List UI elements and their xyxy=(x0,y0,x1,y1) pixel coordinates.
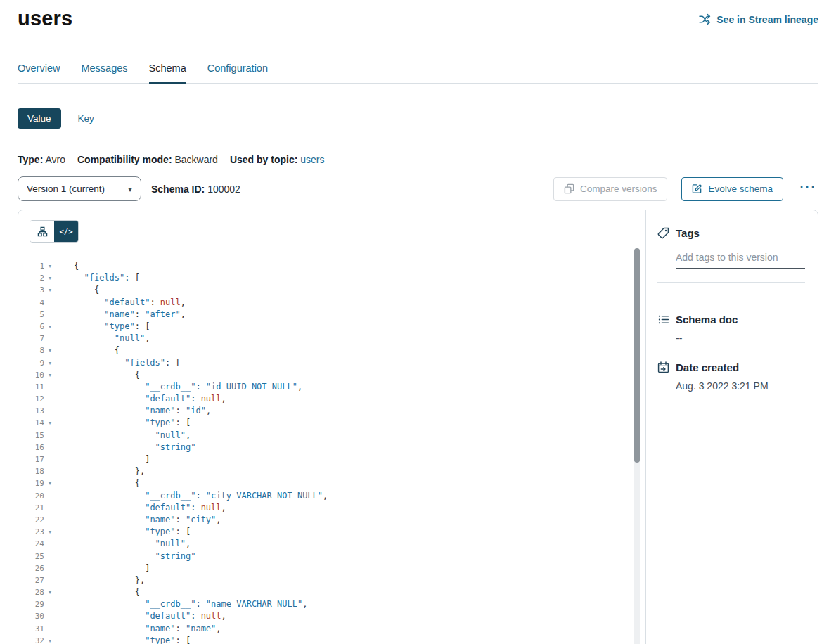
code-line: 28▾ { xyxy=(30,586,645,598)
fold-spacer xyxy=(44,574,56,586)
line-number: 14 xyxy=(30,417,44,429)
line-number: 31 xyxy=(30,623,44,635)
tab-schema[interactable]: Schema xyxy=(149,63,186,83)
line-number: 12 xyxy=(30,393,44,405)
code-text: "default": null, xyxy=(56,502,226,514)
fold-toggle-icon[interactable]: ▾ xyxy=(44,586,56,598)
code-text: ] xyxy=(56,453,150,465)
stream-lineage-link[interactable]: See in Stream lineage xyxy=(699,13,818,25)
fold-spacer xyxy=(44,430,56,442)
schema-doc-value: -- xyxy=(676,333,805,344)
fold-toggle-icon[interactable]: ▾ xyxy=(44,321,56,333)
line-number: 28 xyxy=(30,586,44,598)
more-options-button[interactable]: ⋯ xyxy=(796,181,818,198)
fold-toggle-icon[interactable]: ▾ xyxy=(44,284,56,296)
line-number: 20 xyxy=(30,490,44,502)
code-view-button[interactable]: </> xyxy=(54,221,78,242)
code-line: 1▾{ xyxy=(30,260,645,272)
code-text: "type": [ xyxy=(56,417,191,429)
fold-toggle-icon[interactable]: ▾ xyxy=(44,272,56,284)
chevron-down-icon: ▾ xyxy=(128,184,132,194)
line-number: 32 xyxy=(30,635,44,644)
tags-input[interactable] xyxy=(676,250,805,269)
code-view-icon: </> xyxy=(60,227,73,236)
stream-lineage-icon xyxy=(699,13,711,25)
compare-versions-icon xyxy=(564,183,574,194)
code-text: "__crdb__": "id UUID NOT NULL", xyxy=(56,381,302,393)
fold-toggle-icon[interactable]: ▾ xyxy=(44,369,56,381)
tab-bar: Overview Messages Schema Configuration xyxy=(18,63,818,84)
fold-spacer xyxy=(44,297,56,309)
date-created-value: Aug. 3 2022 3:21 PM xyxy=(676,380,805,392)
fold-spacer xyxy=(44,538,56,550)
code-text: "default": null, xyxy=(56,610,226,622)
page-title: users xyxy=(18,7,72,30)
code-text: { xyxy=(56,344,120,356)
fold-spacer xyxy=(44,405,56,417)
tree-view-icon xyxy=(37,226,48,237)
code-text: "default": null, xyxy=(56,297,186,309)
line-number: 8 xyxy=(30,344,44,356)
code-line: 4 "default": null, xyxy=(30,297,645,309)
date-created-title: Date created xyxy=(676,361,739,373)
fold-spacer xyxy=(44,309,56,321)
code-text: { xyxy=(56,477,140,489)
page: users See in Stream lineage Overview Mes… xyxy=(0,0,836,644)
code-text: "__crdb__": "city VARCHAR NOT NULL", xyxy=(56,490,328,502)
compare-versions-button[interactable]: Compare versions xyxy=(553,177,668,201)
code-text: { xyxy=(56,260,79,272)
fold-toggle-icon[interactable]: ▾ xyxy=(44,635,56,644)
fold-spacer xyxy=(44,550,56,562)
code-line: 19▾ { xyxy=(30,477,645,489)
code-line: 6▾ "type": [ xyxy=(30,321,645,333)
fold-toggle-icon[interactable]: ▾ xyxy=(44,526,56,538)
fold-toggle-icon[interactable]: ▾ xyxy=(44,477,56,489)
meta-type-value: Avro xyxy=(45,154,65,165)
line-number: 22 xyxy=(30,514,44,526)
fold-toggle-icon[interactable]: ▾ xyxy=(44,344,56,356)
code-line: 14▾ "type": [ xyxy=(30,417,645,429)
date-created-icon xyxy=(657,361,669,373)
schema-meta: Type: Avro Compatibility mode: Backward … xyxy=(18,154,818,165)
code-line: 16 "string" xyxy=(30,442,645,453)
code-line: 24 "null", xyxy=(30,538,645,550)
editor-scrollbar-track[interactable] xyxy=(634,248,640,644)
code-text: }, xyxy=(56,574,145,586)
evolve-schema-button[interactable]: Evolve schema xyxy=(681,177,783,201)
line-number: 6 xyxy=(30,321,44,333)
meta-compat-label: Compatibility mode: xyxy=(77,154,172,165)
version-select[interactable]: Version 1 (current) ▾ xyxy=(18,176,141,201)
topic-link[interactable]: users xyxy=(300,154,324,165)
tab-configuration[interactable]: Configuration xyxy=(207,63,268,83)
code-line: 30 "default": null, xyxy=(30,610,645,622)
editor-scrollbar-thumb[interactable] xyxy=(634,248,640,463)
fold-toggle-icon[interactable]: ▾ xyxy=(44,417,56,429)
line-number: 11 xyxy=(30,381,44,393)
line-number: 7 xyxy=(30,333,44,344)
meta-compat: Compatibility mode: Backward xyxy=(77,154,218,165)
version-select-value: Version 1 (current) xyxy=(27,183,105,194)
code-line: 2▾ "fields": [ xyxy=(30,272,645,284)
fold-toggle-icon[interactable]: ▾ xyxy=(44,260,56,272)
key-toggle-button[interactable]: Key xyxy=(68,108,104,129)
value-toggle-button[interactable]: Value xyxy=(18,108,61,129)
schema-doc-icon xyxy=(657,314,669,326)
code-text: "type": [ xyxy=(56,321,150,333)
tab-messages[interactable]: Messages xyxy=(81,63,127,83)
line-number: 21 xyxy=(30,502,44,514)
code-line: 8▾ { xyxy=(30,344,645,356)
fold-toggle-icon[interactable]: ▾ xyxy=(44,357,56,369)
code-line: 3▾ { xyxy=(30,284,645,296)
fold-spacer xyxy=(44,465,56,477)
code-text: "fields": [ xyxy=(56,357,181,369)
code-line: 17 ] xyxy=(30,453,645,465)
line-number: 4 xyxy=(30,297,44,309)
code-text: "type": [ xyxy=(56,635,191,644)
code-line: 18 }, xyxy=(30,465,645,477)
tab-overview[interactable]: Overview xyxy=(18,63,60,83)
code-text: "null", xyxy=(56,538,191,550)
code-line: 26 ] xyxy=(30,562,645,574)
code-line: 32▾ "type": [ xyxy=(30,635,645,644)
tree-view-button[interactable] xyxy=(30,221,54,242)
evolve-schema-icon xyxy=(692,183,702,194)
